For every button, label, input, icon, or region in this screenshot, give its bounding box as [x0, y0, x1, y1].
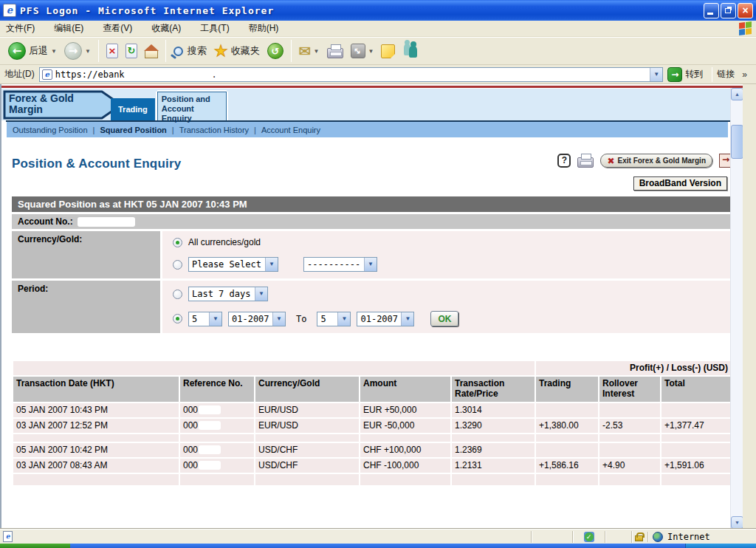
- search-button[interactable]: 搜索: [170, 43, 210, 59]
- go-button[interactable]: → 转到: [667, 67, 703, 82]
- radio-all-currencies[interactable]: [173, 238, 182, 247]
- tab-position-and-account-enquiry[interactable]: Position and Account Enquiry: [157, 92, 227, 120]
- start-button[interactable]: [0, 544, 70, 548]
- radio-select-currency[interactable]: [173, 260, 182, 270]
- stop-icon: ×: [106, 44, 118, 58]
- status-check-icon: [584, 532, 594, 542]
- nav-squared-position[interactable]: Squared Position: [100, 126, 166, 134]
- currency-pair-select[interactable]: ---------- ▼: [303, 257, 377, 272]
- page-content: Forex & Gold Margin Trading Position and…: [0, 84, 743, 529]
- restore-icon: [725, 8, 731, 13]
- windows-taskbar: [0, 544, 756, 548]
- restore-button[interactable]: [721, 3, 736, 18]
- back-dropdown-icon: ▼: [51, 48, 57, 55]
- refresh-button[interactable]: ↻: [122, 42, 141, 60]
- chevron-down-icon: ▼: [209, 312, 221, 326]
- stop-button[interactable]: ×: [103, 42, 122, 60]
- status-panel: [605, 531, 632, 543]
- scroll-up-icon[interactable]: ▲: [731, 88, 743, 100]
- col-trading: Trading: [536, 377, 598, 402]
- exit-forex-button[interactable]: ✖ Exit Forex & Gold Margin: [600, 154, 712, 168]
- toolbar-separator: [712, 67, 712, 82]
- address-dropdown-icon[interactable]: ▼: [650, 68, 662, 81]
- forward-dropdown-icon: ▼: [85, 48, 91, 55]
- links-chevron-icon[interactable]: »: [742, 69, 747, 80]
- browser-window: e PFS Logon - Microsoft Internet Explore…: [0, 0, 756, 548]
- reference-redacted: [199, 445, 221, 454]
- app-banner: Forex & Gold Margin: [3, 90, 127, 120]
- forward-button[interactable]: → ▼: [61, 41, 94, 61]
- messenger-button[interactable]: [399, 42, 424, 60]
- period-preset-select[interactable]: Last 7 days ▼: [188, 287, 268, 301]
- window-title: PFS Logon - Microsoft Internet Explorer: [20, 5, 704, 16]
- scrollbar-thumb[interactable]: [731, 125, 743, 159]
- zone-label: Internet: [667, 532, 710, 542]
- mail-button[interactable]: ✉ ▼: [295, 43, 323, 60]
- profit-loss-header: Profit(+) / Loss(-) (USD): [536, 361, 732, 375]
- col-total: Total: [662, 377, 732, 402]
- vertical-scrollbar[interactable]: ▲ ▼: [730, 88, 743, 529]
- internet-globe-icon: [653, 532, 663, 542]
- to-month-select[interactable]: 01-2007 ▼: [357, 312, 414, 326]
- discuss-button[interactable]: [377, 43, 399, 60]
- help-icon[interactable]: ?: [557, 154, 571, 168]
- history-icon: ↺: [267, 43, 284, 59]
- history-button[interactable]: ↺: [264, 41, 287, 61]
- print-button[interactable]: [323, 42, 347, 60]
- search-label: 搜索: [188, 44, 207, 58]
- menu-file[interactable]: 文件(F): [6, 22, 35, 35]
- home-button[interactable]: [141, 42, 162, 60]
- nav-account-enquiry[interactable]: Account Enquiry: [261, 126, 320, 134]
- minimize-button[interactable]: [704, 3, 719, 18]
- nav-transaction-history[interactable]: Transaction History: [179, 126, 249, 134]
- exit-x-icon: ✖: [607, 156, 614, 166]
- to-day-select[interactable]: 5 ▼: [317, 312, 351, 326]
- back-button[interactable]: ← 后退 ▼: [4, 41, 61, 61]
- menu-edit[interactable]: 编辑(E): [54, 22, 83, 35]
- address-value: https://ebank: [55, 69, 125, 80]
- menu-favorites[interactable]: 收藏(A): [151, 22, 181, 35]
- toolbar-separator: [98, 40, 99, 62]
- menu-tools[interactable]: 工具(T): [200, 22, 229, 35]
- from-month-select[interactable]: 01-2007 ▼: [228, 312, 286, 326]
- table-row: 03 JAN 2007 12:52 PM 000 EUR/USD EUR -50…: [13, 419, 732, 433]
- nav-separator: |: [254, 126, 256, 134]
- status-bar: e Internet: [0, 529, 756, 544]
- reference-redacted: [199, 421, 221, 430]
- menu-view[interactable]: 查看(V): [103, 22, 132, 35]
- security-zone-panel: Internet: [632, 531, 756, 543]
- toolbar-separator: [291, 40, 292, 62]
- reference-redacted: [199, 405, 221, 414]
- currency-select[interactable]: Please Select ▼: [188, 257, 278, 272]
- broadband-version-button[interactable]: BroadBand Version: [633, 177, 727, 191]
- address-label: 地址(D): [4, 68, 35, 81]
- search-icon: [173, 47, 183, 56]
- edit-dropdown-icon: ▼: [368, 48, 374, 55]
- radio-period-range[interactable]: [173, 314, 182, 323]
- close-icon: ×: [738, 4, 752, 18]
- profit-loss-band: Profit(+) / Loss(-) (USD): [13, 361, 732, 375]
- mail-icon: ✉: [299, 44, 311, 58]
- squared-position-table: Profit(+) / Loss(-) (USD) Transaction Da…: [12, 360, 734, 487]
- scroll-down-icon[interactable]: ▼: [731, 516, 743, 529]
- home-icon: [145, 50, 158, 58]
- tab-trading[interactable]: Trading: [111, 98, 155, 120]
- favorites-star-icon: ★: [214, 44, 228, 58]
- radio-period-preset[interactable]: [173, 290, 182, 299]
- ok-button[interactable]: OK: [430, 311, 458, 326]
- menu-help[interactable]: 帮助(H): [249, 22, 279, 35]
- title-bar: e PFS Logon - Microsoft Internet Explore…: [0, 0, 756, 21]
- chevron-down-icon: ▼: [265, 258, 278, 271]
- print-page-icon[interactable]: [577, 157, 594, 168]
- edit-button[interactable]: ↔ ▼: [347, 42, 378, 60]
- go-label: 转到: [685, 68, 703, 81]
- minimize-icon: [707, 13, 713, 15]
- print-icon: [327, 48, 343, 58]
- links-label[interactable]: 链接: [717, 68, 735, 81]
- close-button[interactable]: ×: [738, 3, 753, 18]
- nav-outstanding-position[interactable]: Outstanding Position: [13, 126, 88, 134]
- address-bar: 地址(D) e https://ebank . ▼ → 转到 链接 »: [0, 65, 756, 84]
- from-day-select[interactable]: 5 ▼: [188, 312, 222, 326]
- favorites-button[interactable]: ★ 收藏夹: [210, 42, 264, 60]
- address-input[interactable]: e https://ebank . ▼: [39, 67, 664, 82]
